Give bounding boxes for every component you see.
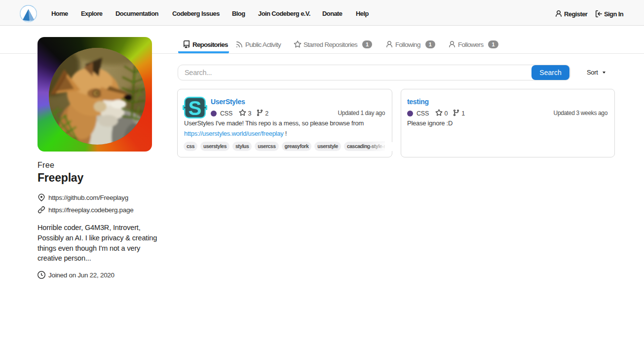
svg-text:S: S: [189, 97, 202, 119]
